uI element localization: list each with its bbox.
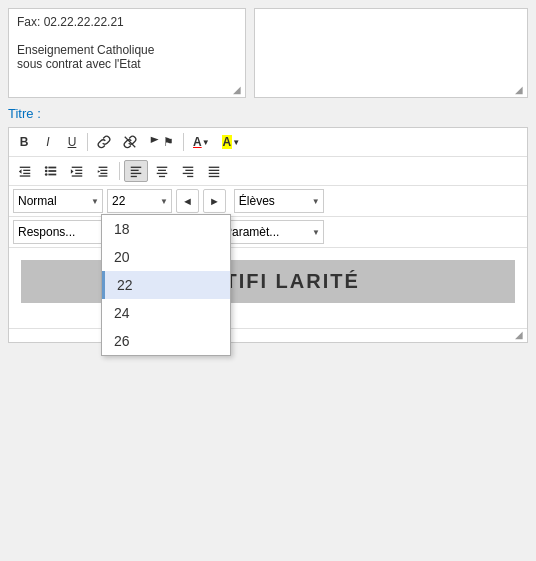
svg-rect-7 bbox=[48, 167, 56, 169]
svg-rect-30 bbox=[183, 167, 194, 168]
unlink-icon bbox=[123, 135, 137, 149]
svg-rect-35 bbox=[209, 170, 220, 171]
underline-button[interactable]: U bbox=[61, 131, 83, 153]
editor-content[interactable]: CERTIFI LARITÉ bbox=[9, 248, 527, 328]
svg-rect-14 bbox=[75, 173, 82, 174]
svg-rect-22 bbox=[131, 167, 142, 168]
titre-label: Titre : bbox=[8, 106, 528, 121]
svg-rect-23 bbox=[131, 170, 139, 171]
svg-rect-34 bbox=[209, 167, 220, 168]
top-section: Fax: 02.22.22.22.21 Enseignement Catholi… bbox=[8, 8, 528, 98]
svg-rect-3 bbox=[23, 173, 30, 174]
editor-resize-handle[interactable]: ◢ bbox=[515, 329, 523, 340]
font-size-select[interactable]: 14161820 22 242628 bbox=[107, 189, 172, 213]
svg-rect-32 bbox=[183, 173, 194, 174]
font-size-item-24[interactable]: 24 bbox=[102, 299, 230, 327]
resize-handle-right[interactable]: ◢ bbox=[515, 85, 525, 95]
font-size-popup: 18 20 22 24 26 bbox=[101, 214, 231, 356]
editor-container: B I U ⚑ bbox=[8, 127, 528, 343]
org-line1: Enseignement Catholique bbox=[17, 43, 237, 57]
link-icon bbox=[97, 135, 111, 149]
align-left-icon bbox=[129, 164, 143, 178]
page-wrapper: Fax: 02.22.22.22.21 Enseignement Catholi… bbox=[0, 0, 536, 561]
flag-icon bbox=[149, 135, 163, 149]
align-left-button[interactable] bbox=[124, 160, 148, 182]
svg-rect-17 bbox=[99, 167, 108, 168]
paramet-dropdown-wrapper[interactable]: Paramèt... Paramètres bbox=[219, 220, 324, 244]
svg-rect-4 bbox=[20, 175, 31, 176]
org-line2: sous contrat avec l'Etat bbox=[17, 57, 237, 71]
paramet-dropdown[interactable]: Paramèt... Paramètres bbox=[219, 220, 324, 244]
nav-forward-button[interactable]: ► bbox=[203, 189, 226, 213]
svg-rect-29 bbox=[159, 176, 165, 177]
font-size-dropdown-wrapper[interactable]: 14161820 22 242628 bbox=[107, 189, 172, 213]
toolbar-row-2 bbox=[9, 157, 527, 186]
flag-button[interactable]: ⚑ bbox=[144, 131, 179, 153]
style-dropdown[interactable]: Normal Heading 1 Heading 2 Heading 3 bbox=[13, 189, 103, 213]
indent2-icon bbox=[96, 164, 110, 178]
bg-color-button[interactable]: A ▼ bbox=[217, 131, 246, 153]
divider-3 bbox=[119, 162, 120, 180]
svg-rect-28 bbox=[157, 173, 168, 174]
svg-point-10 bbox=[45, 173, 48, 176]
nav-back-button[interactable]: ◄ bbox=[176, 189, 199, 213]
svg-rect-24 bbox=[131, 173, 142, 174]
outdent-button[interactable] bbox=[13, 160, 37, 182]
toolbar-row-1: B I U ⚑ bbox=[9, 128, 527, 157]
svg-rect-12 bbox=[72, 167, 83, 168]
font-color-button[interactable]: A ▼ bbox=[188, 131, 215, 153]
svg-rect-13 bbox=[75, 170, 82, 171]
svg-rect-18 bbox=[100, 170, 107, 171]
indent2-button[interactable] bbox=[91, 160, 115, 182]
cert-banner: CERTIFI LARITÉ bbox=[21, 260, 515, 303]
resize-handle-left[interactable]: ◢ bbox=[233, 85, 243, 95]
justify-icon bbox=[207, 164, 221, 178]
list-bullet-icon bbox=[44, 164, 58, 178]
justify-button[interactable] bbox=[202, 160, 226, 182]
svg-rect-19 bbox=[100, 173, 107, 174]
toolbar-row-4: Respons... Responsable ès Option 1 Param… bbox=[9, 217, 527, 248]
list-bullet-button[interactable] bbox=[39, 160, 63, 182]
eleves-dropdown[interactable]: Élèves Option 1 bbox=[234, 189, 324, 213]
indent-button[interactable] bbox=[65, 160, 89, 182]
align-right-button[interactable] bbox=[176, 160, 200, 182]
svg-rect-25 bbox=[131, 176, 137, 177]
font-size-item-20[interactable]: 20 bbox=[102, 243, 230, 271]
svg-rect-37 bbox=[209, 176, 220, 177]
svg-rect-33 bbox=[187, 176, 193, 177]
svg-marker-16 bbox=[71, 169, 74, 173]
svg-rect-36 bbox=[209, 173, 220, 174]
text-box-right[interactable]: ◢ bbox=[254, 8, 528, 98]
italic-button[interactable]: I bbox=[37, 131, 59, 153]
eleves-dropdown-wrapper[interactable]: Élèves Option 1 bbox=[234, 189, 324, 213]
font-size-item-22[interactable]: 22 bbox=[102, 271, 230, 299]
svg-point-6 bbox=[45, 166, 48, 169]
svg-rect-27 bbox=[158, 170, 166, 171]
editor-bottom: ◢ bbox=[9, 328, 527, 342]
svg-rect-15 bbox=[72, 175, 83, 176]
unlink-button[interactable] bbox=[118, 131, 142, 153]
svg-rect-20 bbox=[99, 175, 108, 176]
align-right-icon bbox=[181, 164, 195, 178]
svg-rect-2 bbox=[23, 170, 30, 171]
link-button[interactable] bbox=[92, 131, 116, 153]
svg-rect-26 bbox=[157, 167, 168, 168]
font-size-item-26[interactable]: 26 bbox=[102, 327, 230, 355]
svg-rect-31 bbox=[185, 170, 193, 171]
align-center-icon bbox=[155, 164, 169, 178]
fax-line: Fax: 02.22.22.22.21 bbox=[17, 15, 237, 29]
svg-rect-9 bbox=[48, 170, 56, 172]
bg-color-label: A bbox=[222, 135, 233, 149]
svg-marker-21 bbox=[98, 170, 101, 173]
font-size-item-18[interactable]: 18 bbox=[102, 215, 230, 243]
font-color-label: A bbox=[193, 135, 202, 149]
divider-1 bbox=[87, 133, 88, 151]
align-center-button[interactable] bbox=[150, 160, 174, 182]
svg-marker-5 bbox=[19, 169, 22, 173]
svg-rect-11 bbox=[48, 174, 56, 176]
bold-button[interactable]: B bbox=[13, 131, 35, 153]
outdent-icon bbox=[18, 164, 32, 178]
style-dropdown-wrapper[interactable]: Normal Heading 1 Heading 2 Heading 3 bbox=[13, 189, 103, 213]
toolbar-row-3: Normal Heading 1 Heading 2 Heading 3 141… bbox=[9, 186, 527, 217]
text-box-left: Fax: 02.22.22.22.21 Enseignement Catholi… bbox=[8, 8, 246, 98]
